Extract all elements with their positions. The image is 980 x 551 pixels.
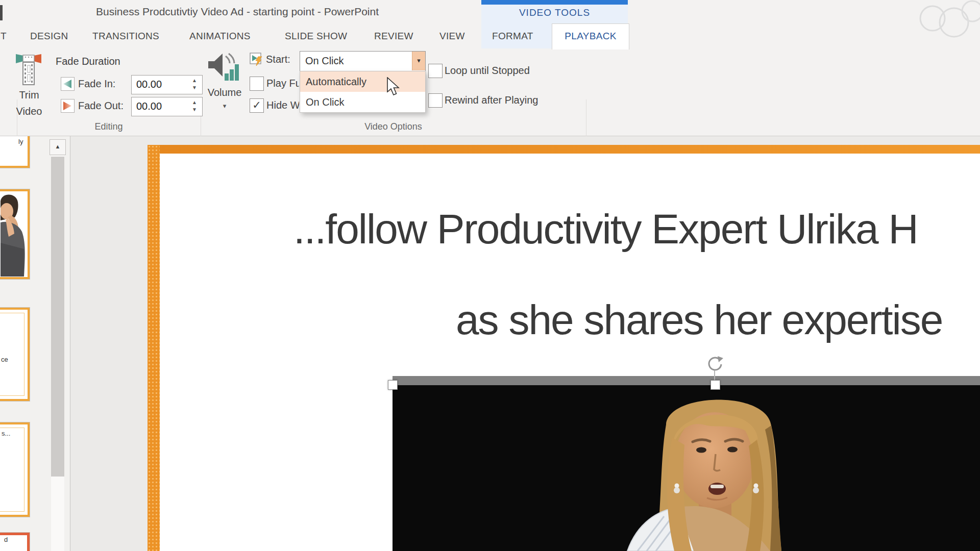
chevron-down-icon: ▾ <box>417 57 421 64</box>
thumbnail-3-text-fragment: ce <box>1 356 8 363</box>
rotate-handle-icon[interactable] <box>706 356 724 373</box>
scroll-up-icon: ▲ <box>55 143 61 149</box>
slide-thumbnail-1[interactable] <box>0 136 30 168</box>
thumbnail-4-text-fragment: s... <box>2 430 10 437</box>
tab-transitions[interactable]: TRANSITIONS <box>92 24 159 48</box>
video-frame-top <box>393 376 980 385</box>
slide-text-line1[interactable]: ...follow Productivity Expert Ulrika H <box>293 205 918 253</box>
dropdown-item-automatically[interactable]: Automatically <box>300 71 425 92</box>
play-full-screen-label: Play Full Screen <box>266 77 299 90</box>
titlebar-flourish-decoration <box>915 0 980 40</box>
thumbnail-1-text-fragment: ly <box>18 138 23 145</box>
fade-out-spinner-down[interactable]: ▼ <box>191 106 198 113</box>
scroll-up-button[interactable]: ▲ <box>50 139 66 155</box>
mouse-cursor <box>386 77 400 96</box>
play-full-screen-checkbox[interactable] <box>250 77 264 91</box>
slide-thumbnail-panel: ly ce s... d ▲ <box>0 136 70 551</box>
trim-video-icon <box>14 53 43 86</box>
volume-icon <box>207 52 242 84</box>
loop-until-stopped-checkbox[interactable] <box>428 64 443 78</box>
thumbnail-frame <box>0 136 30 168</box>
tab-design[interactable]: DESIGN <box>30 24 68 48</box>
window-title: Business Prodcutivtiy Video Ad - startin… <box>77 0 398 23</box>
contextual-accent-bar <box>481 0 628 5</box>
trim-video-button[interactable]: Trim Video <box>9 52 49 118</box>
slide-thumbnail-3[interactable] <box>0 307 30 402</box>
start-icon <box>250 53 263 66</box>
fade-out-spinner-up[interactable]: ▲ <box>191 99 198 106</box>
rewind-after-playing-label: Rewind after Playing <box>445 93 538 107</box>
tab-insert-clipped[interactable]: T <box>1 24 7 48</box>
check-icon: ✓ <box>252 99 261 111</box>
fade-in-value[interactable]: 00.00 <box>136 76 162 93</box>
start-combobox[interactable]: On Click ▾ <box>300 51 426 72</box>
fade-out-icon <box>61 99 75 113</box>
loop-until-stopped-label: Loop until Stopped <box>445 64 530 78</box>
contextual-label: VIDEO TOOLS <box>481 7 628 18</box>
fade-in-spinner-up[interactable]: ▲ <box>191 77 198 84</box>
fade-in-icon <box>61 77 75 91</box>
video-handle-top-center[interactable] <box>710 380 720 390</box>
fade-in-field[interactable]: 00.00 ▲ ▼ <box>131 75 203 94</box>
video-presenter-image <box>617 389 821 551</box>
slide-thumbnail-2[interactable] <box>0 189 30 280</box>
tab-review[interactable]: REVIEW <box>374 24 413 48</box>
fade-out-value[interactable]: 00.00 <box>136 97 162 115</box>
fade-out-field[interactable]: 00.00 ▲ ▼ <box>131 97 203 116</box>
video-object[interactable] <box>393 376 980 551</box>
start-combobox-value: On Click <box>305 52 344 70</box>
tab-slide-show[interactable]: SLIDE SHOW <box>285 24 347 48</box>
slide-top-accent-band <box>148 145 980 154</box>
trim-video-label: Trim Video <box>9 87 49 119</box>
powerpoint-window: Business Prodcutivtiy Video Ad - startin… <box>0 0 980 551</box>
editing-group-label: Editing <box>17 121 201 132</box>
volume-button[interactable]: Volume ▾ <box>203 51 246 115</box>
tab-format[interactable]: FORMAT <box>492 24 533 48</box>
hide-while-not-playing-label: Hide While Not Playing <box>266 98 299 112</box>
window-edge-mark <box>0 5 3 20</box>
start-combobox-arrow-button[interactable]: ▾ <box>412 52 425 70</box>
fade-duration-title: Fade Duration <box>56 55 120 68</box>
dropdown-item-on-click[interactable]: On Click <box>300 92 425 112</box>
fade-in-spinner-down[interactable]: ▼ <box>191 84 198 91</box>
tab-view[interactable]: VIEW <box>439 24 465 48</box>
slide-text-line2[interactable]: as she shares her expertise <box>456 296 942 344</box>
thumbnail-scrollbar-thumb[interactable] <box>51 157 64 477</box>
tab-playback-active[interactable]: PLAYBACK <box>552 23 629 49</box>
thumbnail-photo-stressed-woman <box>1 192 27 277</box>
start-dropdown-list: Automatically On Click <box>300 71 426 113</box>
thumbnail-inner-frame <box>0 313 24 396</box>
video-options-group-label: Video Options <box>201 121 586 132</box>
tab-animations[interactable]: ANIMATIONS <box>189 24 251 48</box>
volume-dropdown-arrow: ▾ <box>203 102 246 110</box>
fade-in-label: Fade In: <box>78 77 115 91</box>
fade-out-label: Fade Out: <box>78 99 124 113</box>
rewind-after-playing-checkbox[interactable] <box>428 93 443 108</box>
start-label: Start: <box>266 53 290 66</box>
thumbnail-5-text-fragment: d <box>4 536 8 543</box>
thumbnail-inner-frame <box>0 428 24 512</box>
slide-left-accent-band <box>148 145 160 551</box>
hide-while-not-playing-checkbox[interactable]: ✓ <box>250 98 264 113</box>
video-handle-top-left[interactable] <box>388 380 398 390</box>
volume-label: Volume <box>203 87 246 98</box>
